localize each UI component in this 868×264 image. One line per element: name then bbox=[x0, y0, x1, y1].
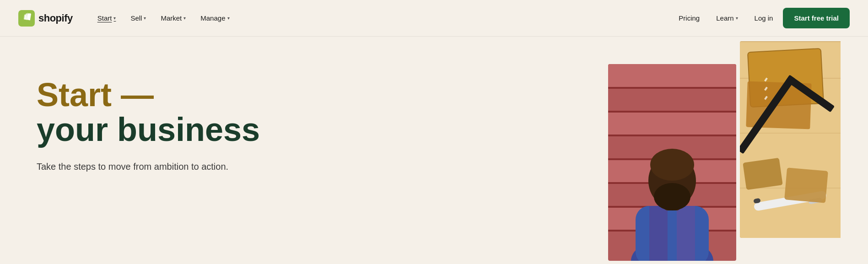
svg-rect-20 bbox=[677, 206, 695, 261]
nav-start[interactable]: Start ▾ bbox=[91, 11, 123, 26]
hero-section: Start — your business Take the steps to … bbox=[0, 37, 868, 264]
nav-sell[interactable]: Sell ▾ bbox=[124, 11, 152, 26]
nav-market[interactable]: Market ▾ bbox=[154, 11, 192, 26]
nav-links-right: Pricing Learn ▾ Log in Start free trial bbox=[672, 8, 850, 28]
hero-images bbox=[608, 37, 868, 264]
svg-rect-4 bbox=[608, 112, 736, 135]
logo-link[interactable]: shopify bbox=[18, 10, 73, 27]
manage-chevron-icon: ▾ bbox=[227, 16, 230, 21]
hero-image-person bbox=[608, 64, 736, 261]
svg-rect-11 bbox=[608, 111, 736, 113]
svg-point-23 bbox=[654, 183, 690, 210]
sell-chevron-icon: ▾ bbox=[144, 16, 146, 21]
svg-rect-2 bbox=[608, 64, 736, 87]
hero-heading-business: your business bbox=[37, 113, 260, 147]
svg-rect-29 bbox=[740, 41, 841, 42]
hero-image-crafts bbox=[740, 41, 868, 238]
navbar: shopify Start ▾ Sell ▾ Market ▾ Manage ▾… bbox=[0, 0, 868, 37]
hero-heading-start: Start bbox=[37, 76, 112, 113]
svg-rect-3 bbox=[608, 88, 736, 111]
svg-rect-19 bbox=[649, 206, 668, 261]
logo-text: shopify bbox=[38, 12, 73, 24]
svg-rect-12 bbox=[608, 135, 736, 136]
svg-rect-18 bbox=[636, 206, 709, 261]
hero-heading-dash: — bbox=[121, 76, 154, 113]
svg-rect-10 bbox=[608, 87, 736, 89]
nav-pricing[interactable]: Pricing bbox=[672, 11, 706, 26]
start-chevron-icon: ▾ bbox=[113, 16, 116, 21]
person-image-svg bbox=[608, 64, 736, 261]
nav-manage[interactable]: Manage ▾ bbox=[194, 11, 236, 26]
svg-rect-44 bbox=[784, 167, 828, 203]
nav-login[interactable]: Log in bbox=[748, 11, 780, 26]
hero-heading: Start — your business bbox=[37, 78, 260, 147]
nav-learn[interactable]: Learn ▾ bbox=[710, 11, 744, 26]
crafts-image-svg bbox=[740, 41, 841, 238]
svg-rect-45 bbox=[743, 158, 783, 190]
learn-chevron-icon: ▾ bbox=[736, 16, 738, 21]
shopify-logo-icon bbox=[18, 10, 35, 27]
svg-point-26 bbox=[650, 149, 694, 181]
nav-links-left: Start ▾ Sell ▾ Market ▾ Manage ▾ bbox=[91, 11, 673, 26]
market-chevron-icon: ▾ bbox=[183, 16, 186, 21]
hero-subtext: Take the steps to move from ambition to … bbox=[37, 160, 238, 173]
start-free-trial-button[interactable]: Start free trial bbox=[783, 8, 850, 28]
hero-text-block: Start — your business Take the steps to … bbox=[37, 64, 260, 173]
